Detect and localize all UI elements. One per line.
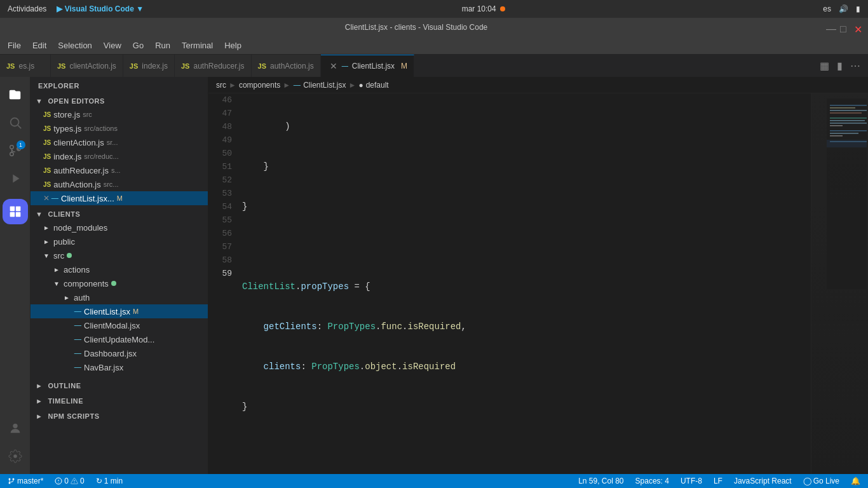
- error-num: 0: [64, 477, 69, 485]
- activity-accounts[interactable]: [3, 416, 28, 441]
- language-mode[interactable]: JavaScript React: [731, 477, 794, 485]
- code-line-46: ): [242, 120, 806, 133]
- spaces-indicator[interactable]: Spaces: 4: [633, 477, 672, 485]
- svg-point-29: [58, 482, 59, 483]
- folder-components[interactable]: ▼ components: [31, 276, 208, 290]
- svg-rect-18: [830, 125, 843, 126]
- outline-header[interactable]: ► OUTLINE: [31, 377, 208, 392]
- folder-src[interactable]: ▼ src: [31, 248, 208, 262]
- folder-public[interactable]: ► public: [31, 234, 208, 248]
- svg-point-3: [10, 152, 13, 156]
- close-button[interactable]: ✕: [854, 24, 862, 31]
- explorer-header[interactable]: EXPLORER: [31, 77, 208, 92]
- js-file-icon: JS: [43, 153, 51, 160]
- breadcrumb-clientlist[interactable]: ClientList.jsx: [303, 81, 346, 90]
- breadcrumb-default[interactable]: default: [366, 81, 389, 90]
- open-editor-store[interactable]: JS store.js src: [31, 107, 208, 121]
- error-count[interactable]: 0 0: [52, 477, 86, 485]
- open-editors-header[interactable]: ▼ OPEN EDITORS: [31, 92, 208, 107]
- close-icon[interactable]: ✕: [43, 194, 50, 203]
- file-dashboard[interactable]: ⸻ Dashboard.jsx: [31, 346, 208, 360]
- os-bar: Actividades ▶ Visual Studio Code ▼ mar 1…: [0, 0, 868, 18]
- tab-esjs[interactable]: JS es.js: [0, 55, 51, 77]
- npm-scripts-header[interactable]: ► NPM SCRIPTS: [31, 407, 208, 423]
- sync-status[interactable]: ↻ 1 min: [93, 477, 125, 485]
- file-clientupdatemod[interactable]: ⸻ ClientUpdateMod...: [31, 332, 208, 346]
- battery-icon: ▮: [856, 4, 860, 13]
- encoding-indicator[interactable]: UTF-8: [678, 477, 705, 485]
- language-indicator[interactable]: es: [823, 4, 831, 13]
- folder-node-modules[interactable]: ► node_modules: [31, 220, 208, 234]
- main-layout: 1 EXPLORER ▼ OPEN EDITORS JS store.js sr…: [0, 77, 868, 474]
- menu-help[interactable]: Help: [219, 39, 247, 51]
- svg-point-26: [13, 478, 15, 480]
- open-editor-clientaction[interactable]: JS clientAction.js sr...: [31, 135, 208, 149]
- breadcrumb-components[interactable]: components: [239, 81, 280, 90]
- svg-point-24: [9, 478, 11, 480]
- folder-actions[interactable]: ► actions: [31, 262, 208, 276]
- source-control-badge: 1: [17, 140, 25, 149]
- tab-authaction[interactable]: JS authAction.js: [252, 55, 321, 77]
- activity-run-debug[interactable]: [3, 166, 28, 191]
- activity-search[interactable]: [3, 110, 28, 135]
- close-icon[interactable]: ✕: [330, 61, 337, 71]
- maximize-button[interactable]: □: [840, 24, 848, 31]
- tab-authreducer[interactable]: JS authReducer.js: [175, 55, 252, 77]
- menu-run[interactable]: Run: [150, 39, 175, 51]
- jsx-file-icon: ⸻: [51, 194, 58, 203]
- git-branch[interactable]: master*: [5, 477, 46, 485]
- toggle-sidebar-button[interactable]: ▮: [834, 58, 845, 73]
- split-editor-button[interactable]: ▦: [817, 58, 832, 73]
- tab-index[interactable]: JS index.js: [123, 55, 175, 77]
- chevron-right-icon: ►: [64, 294, 74, 301]
- svg-rect-15: [830, 118, 867, 119]
- open-editor-authaction[interactable]: JS authAction.js src...: [31, 177, 208, 191]
- folder-auth[interactable]: ► auth: [31, 290, 208, 304]
- activity-extensions[interactable]: [3, 199, 28, 224]
- more-actions-button[interactable]: ⋯: [848, 58, 863, 73]
- notification-bell[interactable]: 🔔: [848, 477, 863, 485]
- open-editor-authreducer[interactable]: JS authReducer.js s...: [31, 163, 208, 177]
- code-line-52: clients: PropTypes.object.isRequired: [242, 360, 806, 374]
- code-editor[interactable]: 46 47 48 49 50 51 52 53 54 55 56 57 58 5…: [208, 93, 868, 474]
- activity-settings[interactable]: [3, 444, 28, 469]
- jsx-icon: ⸻: [341, 62, 348, 70]
- vscode-label[interactable]: ▶ Visual Studio Code ▼: [57, 4, 144, 13]
- tab-clientlist[interactable]: ✕ ⸻ ClientList.jsx M: [321, 55, 414, 77]
- js-icon: JS: [258, 62, 266, 70]
- open-editor-clientlist[interactable]: ✕ ⸻ ClientList.jsx... M: [31, 191, 208, 205]
- menu-selection[interactable]: Selection: [53, 39, 97, 51]
- open-editor-types[interactable]: JS types.js src/actions: [31, 121, 208, 135]
- eol-indicator[interactable]: LF: [711, 477, 725, 485]
- cursor-position[interactable]: Ln 59, Col 80: [576, 477, 626, 485]
- menu-terminal[interactable]: Terminal: [177, 39, 218, 51]
- window-title: ClientList.jsx - clients - Visual Studio…: [345, 23, 488, 32]
- js-file-icon: JS: [43, 111, 51, 118]
- os-activities[interactable]: Actividades: [8, 4, 46, 13]
- menu-view[interactable]: View: [98, 39, 126, 51]
- branch-name: master*: [17, 477, 43, 485]
- modified-indicator: M: [117, 194, 123, 202]
- activity-explorer[interactable]: [3, 82, 28, 107]
- menu-go[interactable]: Go: [128, 39, 149, 51]
- status-left: master* 0 0 ↻ 1 min: [5, 477, 125, 485]
- activity-source-control[interactable]: 1: [3, 138, 28, 163]
- menu-file[interactable]: File: [3, 39, 26, 51]
- line-numbers: 46 47 48 49 50 51 52 53 54 55 56 57 58 5…: [208, 93, 237, 474]
- clients-folder-header[interactable]: ▼ CLIENTS: [31, 205, 208, 220]
- breadcrumb-src[interactable]: src: [216, 81, 226, 90]
- svg-rect-10: [827, 98, 867, 289]
- datetime: mar 10:04: [462, 4, 496, 13]
- go-live-button[interactable]: ◯ Go Live: [801, 477, 842, 485]
- open-editor-index[interactable]: JS index.js src/reduc...: [31, 149, 208, 163]
- file-clientlist[interactable]: ⸻ ClientList.jsx M: [31, 304, 208, 318]
- minimap-content: [811, 93, 868, 474]
- title-bar: ClientList.jsx - clients - Visual Studio…: [0, 18, 868, 37]
- tab-clientaction[interactable]: JS clientAction.js: [51, 55, 123, 77]
- file-clientmodal[interactable]: ⸻ ClientModal.jsx: [31, 318, 208, 332]
- menu-edit[interactable]: Edit: [27, 39, 51, 51]
- timeline-header[interactable]: ► TIMELINE: [31, 392, 208, 407]
- minimize-button[interactable]: ―: [826, 24, 834, 31]
- file-navbar[interactable]: ⸻ NavBar.jsx: [31, 360, 208, 374]
- code-content[interactable]: ) } } ClientList.propTypes = { getClient…: [237, 93, 811, 474]
